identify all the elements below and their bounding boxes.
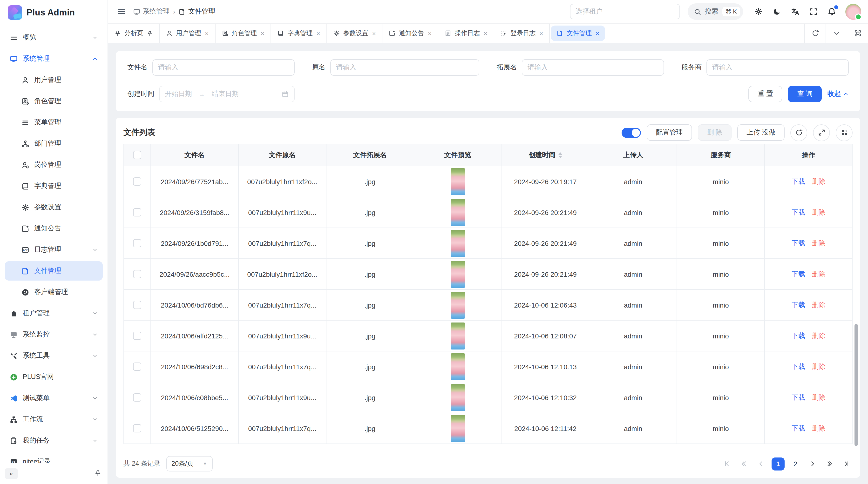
download-link[interactable]: 下载 — [792, 424, 805, 432]
select-all-checkbox[interactable] — [133, 151, 141, 159]
content-maximize-icon[interactable] — [847, 24, 868, 43]
delete-link[interactable]: 删除 — [812, 300, 825, 308]
provider-input[interactable]: 请输入 — [707, 59, 849, 76]
sidebar-item-roles[interactable]: 角色管理 — [5, 92, 103, 111]
tab-login-log[interactable]: 登录日志× — [494, 24, 550, 43]
tab-roles[interactable]: 角色管理× — [215, 24, 271, 43]
extension-input[interactable]: 请输入 — [522, 59, 664, 76]
file-preview-thumbnail[interactable] — [451, 199, 465, 226]
row-checkbox[interactable] — [133, 424, 141, 433]
config-manage-button[interactable]: 配置管理 — [647, 124, 692, 141]
close-tab-icon[interactable]: × — [316, 30, 320, 36]
close-tab-icon[interactable]: × — [595, 30, 599, 36]
row-checkbox[interactable] — [133, 394, 141, 402]
last-page-button[interactable] — [840, 457, 852, 470]
sidebar-item-my-tasks[interactable]: 我的任务 — [5, 431, 103, 450]
sidebar-item-notices[interactable]: 通知公告 — [5, 219, 103, 238]
file-preview-thumbnail[interactable] — [451, 291, 465, 318]
download-link[interactable]: 下载 — [792, 393, 805, 401]
language-translate-icon[interactable] — [787, 3, 803, 20]
sidebar-item-menus[interactable]: 菜单管理 — [5, 113, 103, 132]
search-panel-toggle[interactable] — [622, 128, 641, 138]
close-tab-icon[interactable]: × — [539, 30, 543, 36]
download-link[interactable]: 下载 — [792, 331, 805, 339]
delete-link[interactable]: 删除 — [812, 208, 825, 216]
breadcrumb-files[interactable]: 文件管理 — [179, 7, 215, 16]
table-scrollbar-thumb[interactable] — [855, 324, 858, 446]
row-checkbox[interactable] — [133, 301, 141, 309]
sidebar-item-overview[interactable]: 概览 — [5, 28, 103, 47]
column-header-created[interactable]: 创建时间 — [501, 144, 589, 166]
close-tab-icon[interactable]: × — [205, 30, 209, 36]
orig-name-input[interactable]: 请输入 — [330, 59, 479, 76]
file-preview-thumbnail[interactable] — [451, 384, 465, 411]
download-link[interactable]: 下载 — [792, 239, 805, 247]
sidebar-item-test-menu[interactable]: 测试菜单 — [5, 389, 103, 408]
jump-forward-button[interactable] — [823, 457, 836, 470]
close-tab-icon[interactable]: × — [372, 30, 376, 36]
reset-button[interactable]: 重 置 — [748, 86, 782, 102]
sidebar-item-parameters[interactable]: 参数设置 — [5, 198, 103, 217]
notifications-bell-icon[interactable] — [824, 3, 840, 20]
delete-link[interactable]: 删除 — [812, 177, 825, 185]
row-checkbox[interactable] — [133, 239, 141, 248]
tab-analysis[interactable]: 分析页 — [108, 24, 160, 43]
file-preview-thumbnail[interactable] — [451, 353, 465, 380]
row-checkbox[interactable] — [133, 270, 141, 279]
sidebar-toggle-icon[interactable] — [114, 3, 129, 20]
sidebar-item-plus-site[interactable]: PLUS官网 — [5, 367, 103, 387]
tab-op-log[interactable]: 操作日志× — [438, 24, 494, 43]
close-tab-icon[interactable]: × — [484, 30, 487, 36]
settings-gear-icon[interactable] — [751, 3, 766, 20]
sort-icon[interactable] — [558, 152, 562, 158]
sidebar-item-tools[interactable]: 系统工具 — [5, 346, 103, 365]
sidebar-item-tenants[interactable]: 租户管理 — [5, 304, 103, 323]
sidebar-item-logs[interactable]: DEV日志管理 — [5, 240, 103, 259]
sidebar-item-gitee-log[interactable]: Ggitee记录 — [5, 452, 103, 463]
jump-back-button[interactable] — [738, 457, 750, 470]
download-link[interactable]: 下载 — [792, 362, 805, 370]
download-link[interactable]: 下载 — [792, 177, 805, 185]
file-preview-thumbnail[interactable] — [451, 322, 465, 349]
app-logo[interactable]: Plus Admin — [0, 0, 107, 25]
file-preview-thumbnail[interactable] — [451, 230, 465, 257]
expand-table-icon[interactable] — [813, 124, 830, 141]
sidebar-item-dictionary[interactable]: 字典管理 — [5, 176, 103, 196]
sidebar-item-departments[interactable]: 部门管理 — [5, 134, 103, 153]
page-button-1[interactable]: 1 — [772, 457, 784, 470]
upload-button[interactable]: 上传 没做 — [737, 124, 784, 141]
tab-files[interactable]: 文件管理× — [551, 26, 605, 41]
row-checkbox[interactable] — [133, 363, 141, 371]
first-page-button[interactable] — [721, 457, 734, 470]
page-size-select[interactable]: 20条/页 ▼ — [166, 456, 212, 472]
date-range-input[interactable]: 开始日期 → 结束日期 — [159, 86, 294, 102]
refresh-table-icon[interactable] — [790, 124, 807, 141]
sidebar-item-files[interactable]: 文件管理 — [5, 261, 103, 281]
close-tab-icon[interactable]: × — [261, 30, 264, 36]
file-name-input[interactable]: 请输入 — [152, 59, 294, 76]
column-settings-icon[interactable] — [836, 124, 852, 141]
download-link[interactable]: 下载 — [792, 208, 805, 216]
tenant-select[interactable]: 选择租户 — [570, 4, 680, 19]
delete-link[interactable]: 删除 — [812, 239, 825, 247]
prev-page-button[interactable] — [755, 457, 767, 470]
tab-parameters[interactable]: 参数设置× — [327, 24, 383, 43]
delete-link[interactable]: 删除 — [812, 362, 825, 370]
fullscreen-icon[interactable] — [806, 3, 821, 20]
download-link[interactable]: 下载 — [792, 270, 805, 278]
refresh-tab-icon[interactable] — [804, 24, 826, 43]
sidebar-collapse-button[interactable]: « — [5, 468, 18, 479]
user-avatar[interactable] — [845, 4, 861, 20]
sidebar-item-system[interactable]: 系统管理 — [5, 49, 103, 68]
dark-mode-moon-icon[interactable] — [769, 3, 784, 20]
collapse-filters-link[interactable]: 收起 — [828, 90, 849, 98]
sidebar-item-workflow[interactable]: 工作流 — [5, 410, 103, 429]
tab-notices[interactable]: 通知公告× — [383, 24, 438, 43]
row-checkbox[interactable] — [133, 178, 141, 186]
delete-button[interactable]: 删 除 — [698, 124, 732, 141]
sidebar-item-users[interactable]: 用户管理 — [5, 70, 103, 90]
global-search[interactable]: 搜索 ⌘ K — [687, 3, 743, 20]
delete-link[interactable]: 删除 — [812, 331, 825, 339]
tab-users[interactable]: 用户管理× — [160, 24, 215, 43]
sidebar-item-monitoring[interactable]: 系统监控 — [5, 325, 103, 344]
